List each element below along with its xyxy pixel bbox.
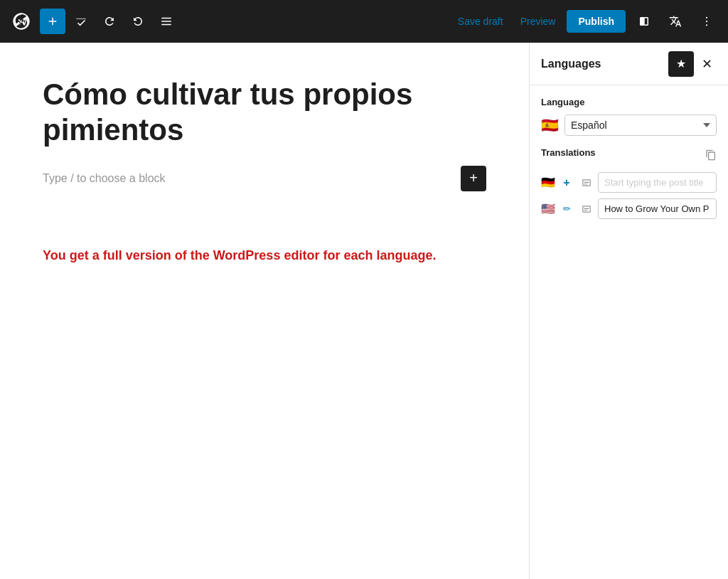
selected-language-flag: 🇪🇸 xyxy=(541,117,559,134)
panel-close-button[interactable]: ✕ xyxy=(697,54,717,74)
speech-en-button[interactable] xyxy=(578,201,595,218)
flag-de: 🇩🇪 xyxy=(541,176,555,189)
panel-body: Language 🇪🇸 Español English Deutsch Fran… xyxy=(530,85,728,579)
svg-point-1 xyxy=(706,21,707,22)
undo-button[interactable] xyxy=(97,9,122,34)
save-draft-button[interactable]: Save draft xyxy=(452,11,509,31)
main-layout: Cómo cultivar tus propios pimientos Type… xyxy=(0,43,728,579)
toolbar-right: Save draft Preview Publish xyxy=(452,9,719,34)
tools-button[interactable] xyxy=(68,9,94,34)
wordpress-logo[interactable] xyxy=(9,9,34,34)
panel-star-button[interactable]: ★ xyxy=(668,51,694,77)
copy-icon[interactable] xyxy=(705,149,717,164)
translations-header: Translations xyxy=(541,147,717,165)
post-title[interactable]: Cómo cultivar tus propios pimientos xyxy=(43,77,486,149)
panel-title: Languages xyxy=(541,58,668,70)
publish-button[interactable]: Publish xyxy=(567,10,626,33)
languages-panel: Languages ★ ✕ Language 🇪🇸 Español Englis… xyxy=(529,43,728,579)
translate-button[interactable] xyxy=(663,9,688,34)
translation-input-en[interactable] xyxy=(598,198,717,219)
more-options-button[interactable] xyxy=(694,9,719,34)
language-select[interactable]: Español English Deutsch Français xyxy=(564,115,717,136)
placeholder-text: Type / to choose a block xyxy=(43,172,166,185)
editor-area: Cómo cultivar tus propios pimientos Type… xyxy=(0,43,529,579)
redo-button[interactable] xyxy=(125,9,151,34)
translation-input-de[interactable] xyxy=(598,172,717,193)
panel-header: Languages ★ ✕ xyxy=(530,43,728,85)
promo-text: You get a full version of the WordPress … xyxy=(43,248,486,263)
language-row: 🇪🇸 Español English Deutsch Français xyxy=(541,115,717,136)
translations-section-label: Translations xyxy=(541,147,596,158)
svg-point-0 xyxy=(706,17,707,18)
edit-translation-en-button[interactable]: ✏ xyxy=(558,201,575,218)
sidebar-toggle-button[interactable] xyxy=(631,9,657,34)
language-section-label: Language xyxy=(541,97,717,107)
add-translation-de-button[interactable]: + xyxy=(558,174,575,191)
translation-row-en: 🇺🇸 ✏ xyxy=(541,198,717,219)
preview-button[interactable]: Preview xyxy=(515,11,562,31)
block-placeholder-row: Type / to choose a block + xyxy=(43,166,486,191)
speech-de-button[interactable] xyxy=(578,174,595,191)
add-block-button[interactable] xyxy=(40,9,65,34)
add-block-inline-button[interactable]: + xyxy=(461,166,486,191)
translation-row-de: 🇩🇪 + xyxy=(541,172,717,193)
toolbar: Save draft Preview Publish xyxy=(0,0,728,43)
document-overview-button[interactable] xyxy=(154,9,179,34)
flag-en: 🇺🇸 xyxy=(541,202,555,216)
svg-point-2 xyxy=(706,24,707,26)
